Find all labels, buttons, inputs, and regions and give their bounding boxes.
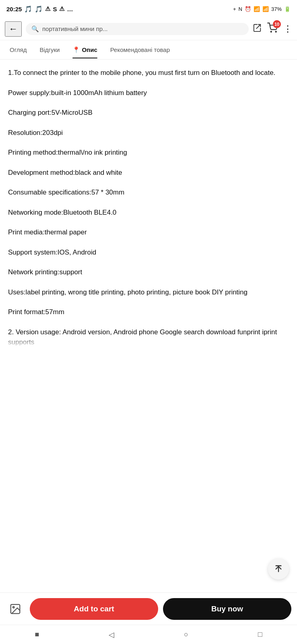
spec-item-11: Network printing:support [8,267,289,277]
spec-item-2: Power supply:built-in 1000mAh lithium ba… [8,88,289,98]
spec-item-14: 2. Version usage: Android version, Andro… [8,327,289,348]
gallery-button[interactable] [6,599,25,619]
battery-icon: 🔋 [284,6,291,12]
nfc-icon: N [239,6,242,12]
android-back-button[interactable]: ◁ [99,627,124,642]
spec-item-12: Uses:label printing, wrong title printin… [8,287,289,298]
add-to-cart-button[interactable]: Add to cart [30,598,158,620]
wifi-icon: 📶 [254,6,260,12]
bluetooth-icon: + [233,6,236,12]
time: 20:25 [6,6,22,12]
gallery-icon [9,603,21,615]
spec-item-9: Print media:thermal paper [8,227,289,238]
android-nav-bar: ■ ◁ ○ □ [0,625,297,644]
svg-line-0 [256,25,260,29]
buy-now-button[interactable]: Buy now [163,598,291,620]
scroll-to-top-button[interactable] [268,559,289,580]
spec-item-4: Resolution:203dpi [8,128,289,138]
tab-description[interactable]: 📍Опис [66,41,103,58]
more-button[interactable]: ⋮ [283,24,292,34]
share-button[interactable] [253,23,262,34]
android-home-button[interactable]: ○ [174,627,198,642]
svg-point-1 [271,31,272,32]
tiktok-icon-2: 🎵 [35,5,43,13]
svg-point-6 [13,606,14,608]
search-bar[interactable]: 🔍 портативный мини пр... [26,23,249,35]
location-icon: 📍 [72,46,80,53]
cart-button[interactable]: 10 [267,23,278,35]
battery-level: 37% [271,6,282,12]
tab-recommended[interactable]: Рекомендовані товар [104,41,176,58]
warning-icon-2: ⚠ [59,5,64,12]
bottom-action-bar: Add to cart Buy now [0,592,297,625]
nav-actions: 10 ⋮ [253,23,292,35]
spec-item-13: Print format:57mm [8,307,289,317]
cart-badge: 10 [273,20,281,28]
spec-item-5: Printing method:thermal\/no ink printing [8,147,289,158]
product-description: 1.To connect the printer to the mobile p… [0,60,297,414]
spec-item-6: Development method:black and white [8,168,289,178]
spec-item-8: Networking mode:Bluetooth BLE4.0 [8,207,289,218]
android-recent-button[interactable]: ■ [25,627,49,642]
android-app-switch-button[interactable]: □ [248,627,272,642]
alarm-icon: ⏰ [245,6,251,12]
tab-overview-label: Огляд [10,46,27,53]
dots-label: … [67,6,73,12]
signal-icon: 📶 [262,6,269,12]
spec-item-3: Charging port:5V-MicroUSB [8,108,289,118]
scroll-top-icon [274,565,283,574]
tab-description-label: Опис [82,46,97,53]
tab-bar: Огляд Відгуки 📍Опис Рекомендовані товар [0,40,297,60]
spec-item-1: 1.To connect the printer to the mobile p… [8,68,289,78]
tab-recommended-label: Рекомендовані товар [110,46,170,53]
status-bar: 20:25 🎵 🎵 ⚠ S ⚠ … + N ⏰ 📶 📶 37% 🔋 [0,0,297,18]
status-right: + N ⏰ 📶 📶 37% 🔋 [233,6,291,12]
spec-item-10: Support system:IOS, Android [8,247,289,258]
warning-icon: ⚠ [45,5,50,12]
search-icon: 🔍 [31,25,39,33]
tab-overview[interactable]: Огляд [3,41,33,58]
search-text: портативный мини пр... [42,25,108,32]
spec-item-7: Consumable specifications:57 * 30mm [8,187,289,198]
tiktok-icon-1: 🎵 [24,5,32,13]
status-left: 20:25 🎵 🎵 ⚠ S ⚠ … [6,5,73,13]
back-button[interactable]: ← [5,21,22,37]
tab-reviews[interactable]: Відгуки [33,41,66,58]
nav-bar: ← 🔍 портативный мини пр... 10 ⋮ [0,18,297,40]
s-label: S [53,6,57,12]
tab-reviews-label: Відгуки [39,46,60,53]
svg-point-2 [276,31,276,32]
